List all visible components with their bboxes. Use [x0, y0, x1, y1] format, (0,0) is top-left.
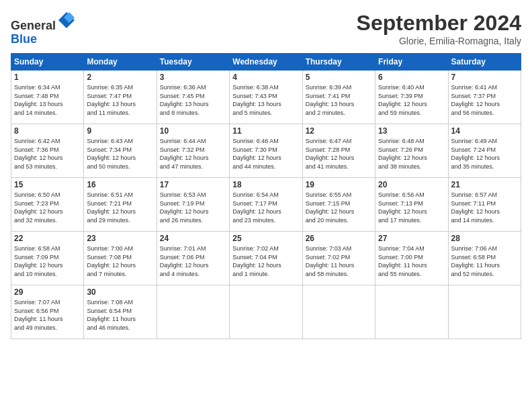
table-row — [375, 285, 448, 339]
day-number: 12 — [306, 126, 372, 136]
day-info: Sunrise: 6:48 AM Sunset: 7:26 PM Dayligh… — [378, 137, 445, 171]
col-header-tuesday: Tuesday — [157, 54, 229, 71]
day-number: 2 — [87, 73, 153, 82]
day-number: 15 — [14, 180, 81, 189]
logo-blue-text: Blue — [11, 32, 37, 46]
day-info: Sunrise: 6:38 AM Sunset: 7:43 PM Dayligh… — [232, 83, 299, 117]
day-number: 28 — [451, 234, 518, 243]
day-number: 13 — [378, 126, 445, 136]
day-number: 23 — [87, 234, 153, 243]
day-info: Sunrise: 7:03 AM Sunset: 7:02 PM Dayligh… — [306, 244, 372, 278]
day-info: Sunrise: 6:43 AM Sunset: 7:34 PM Dayligh… — [87, 137, 153, 171]
day-number: 21 — [451, 180, 518, 189]
logo: General Blue — [11, 11, 76, 46]
col-header-friday: Friday — [375, 54, 448, 71]
table-row: 15Sunrise: 6:50 AM Sunset: 7:23 PM Dayli… — [11, 178, 84, 232]
table-row: 24Sunrise: 7:01 AM Sunset: 7:06 PM Dayli… — [157, 232, 229, 285]
day-number: 4 — [232, 73, 299, 82]
day-number: 26 — [306, 234, 372, 243]
day-number: 20 — [378, 180, 445, 189]
col-header-sunday: Sunday — [11, 54, 84, 71]
day-info: Sunrise: 6:35 AM Sunset: 7:47 PM Dayligh… — [87, 83, 153, 117]
table-row: 10Sunrise: 6:44 AM Sunset: 7:32 PM Dayli… — [157, 124, 229, 178]
table-row: 28Sunrise: 7:06 AM Sunset: 6:58 PM Dayli… — [448, 232, 521, 285]
day-info: Sunrise: 7:06 AM Sunset: 6:58 PM Dayligh… — [451, 244, 518, 278]
table-row — [230, 285, 302, 339]
col-header-monday: Monday — [84, 54, 157, 71]
day-info: Sunrise: 6:57 AM Sunset: 7:11 PM Dayligh… — [451, 191, 518, 224]
table-row: 3Sunrise: 6:36 AM Sunset: 7:45 PM Daylig… — [157, 71, 229, 124]
table-row: 17Sunrise: 6:53 AM Sunset: 7:19 PM Dayli… — [157, 178, 229, 232]
table-row: 25Sunrise: 7:02 AM Sunset: 7:04 PM Dayli… — [230, 232, 302, 285]
header: General Blue September 2024 Glorie, Emil… — [11, 11, 521, 46]
calendar-week-1: 1Sunrise: 6:34 AM Sunset: 7:48 PM Daylig… — [11, 71, 521, 124]
table-row: 19Sunrise: 6:55 AM Sunset: 7:15 PM Dayli… — [302, 178, 375, 232]
day-info: Sunrise: 6:40 AM Sunset: 7:39 PM Dayligh… — [378, 83, 445, 117]
day-number: 1 — [14, 73, 81, 82]
day-info: Sunrise: 6:44 AM Sunset: 7:32 PM Dayligh… — [160, 137, 226, 171]
day-number: 30 — [87, 287, 153, 297]
calendar-week-5: 29Sunrise: 7:07 AM Sunset: 6:56 PM Dayli… — [11, 285, 521, 339]
day-info: Sunrise: 6:46 AM Sunset: 7:30 PM Dayligh… — [232, 137, 299, 171]
table-row: 5Sunrise: 6:39 AM Sunset: 7:41 PM Daylig… — [302, 71, 375, 124]
day-number: 6 — [378, 73, 445, 82]
table-row — [448, 285, 521, 339]
table-row: 20Sunrise: 6:56 AM Sunset: 7:13 PM Dayli… — [375, 178, 448, 232]
day-number: 17 — [160, 180, 226, 189]
table-row: 29Sunrise: 7:07 AM Sunset: 6:56 PM Dayli… — [11, 285, 84, 339]
logo-icon — [57, 11, 76, 30]
day-info: Sunrise: 6:34 AM Sunset: 7:48 PM Dayligh… — [14, 83, 81, 117]
day-info: Sunrise: 6:42 AM Sunset: 7:36 PM Dayligh… — [14, 137, 81, 171]
day-info: Sunrise: 7:02 AM Sunset: 7:04 PM Dayligh… — [232, 244, 299, 278]
logo-text: General — [11, 11, 76, 33]
day-info: Sunrise: 6:51 AM Sunset: 7:21 PM Dayligh… — [87, 191, 153, 224]
table-row — [302, 285, 375, 339]
day-number: 5 — [306, 73, 372, 82]
calendar-header-row: SundayMondayTuesdayWednesdayThursdayFrid… — [11, 54, 521, 71]
day-number: 11 — [232, 126, 299, 136]
table-row: 1Sunrise: 6:34 AM Sunset: 7:48 PM Daylig… — [11, 71, 84, 124]
table-row: 27Sunrise: 7:04 AM Sunset: 7:00 PM Dayli… — [375, 232, 448, 285]
day-number: 25 — [232, 234, 299, 243]
table-row: 30Sunrise: 7:08 AM Sunset: 6:54 PM Dayli… — [84, 285, 157, 339]
month-title: September 2024 — [357, 11, 521, 36]
day-number: 8 — [14, 126, 81, 136]
col-header-saturday: Saturday — [448, 54, 521, 71]
table-row: 21Sunrise: 6:57 AM Sunset: 7:11 PM Dayli… — [448, 178, 521, 232]
day-info: Sunrise: 7:04 AM Sunset: 7:00 PM Dayligh… — [378, 244, 445, 278]
day-info: Sunrise: 6:47 AM Sunset: 7:28 PM Dayligh… — [306, 137, 372, 171]
day-number: 18 — [232, 180, 299, 189]
day-number: 22 — [14, 234, 81, 243]
table-row: 23Sunrise: 7:00 AM Sunset: 7:08 PM Dayli… — [84, 232, 157, 285]
table-row: 13Sunrise: 6:48 AM Sunset: 7:26 PM Dayli… — [375, 124, 448, 178]
day-info: Sunrise: 6:55 AM Sunset: 7:15 PM Dayligh… — [306, 191, 372, 224]
table-row: 4Sunrise: 6:38 AM Sunset: 7:43 PM Daylig… — [230, 71, 302, 124]
day-number: 19 — [306, 180, 372, 189]
day-info: Sunrise: 7:08 AM Sunset: 6:54 PM Dayligh… — [87, 298, 153, 332]
day-number: 27 — [378, 234, 445, 243]
day-info: Sunrise: 6:58 AM Sunset: 7:09 PM Dayligh… — [14, 244, 81, 278]
table-row: 8Sunrise: 6:42 AM Sunset: 7:36 PM Daylig… — [11, 124, 84, 178]
day-info: Sunrise: 6:54 AM Sunset: 7:17 PM Dayligh… — [232, 191, 299, 224]
day-info: Sunrise: 6:39 AM Sunset: 7:41 PM Dayligh… — [306, 83, 372, 117]
day-info: Sunrise: 6:49 AM Sunset: 7:24 PM Dayligh… — [451, 137, 518, 171]
logo-general: General — [11, 19, 56, 32]
day-number: 16 — [87, 180, 153, 189]
day-info: Sunrise: 6:41 AM Sunset: 7:37 PM Dayligh… — [451, 83, 518, 117]
table-row: 14Sunrise: 6:49 AM Sunset: 7:24 PM Dayli… — [448, 124, 521, 178]
day-info: Sunrise: 7:07 AM Sunset: 6:56 PM Dayligh… — [14, 298, 81, 332]
table-row: 12Sunrise: 6:47 AM Sunset: 7:28 PM Dayli… — [302, 124, 375, 178]
table-row: 16Sunrise: 6:51 AM Sunset: 7:21 PM Dayli… — [84, 178, 157, 232]
calendar-week-2: 8Sunrise: 6:42 AM Sunset: 7:36 PM Daylig… — [11, 124, 521, 178]
table-row: 26Sunrise: 7:03 AM Sunset: 7:02 PM Dayli… — [302, 232, 375, 285]
table-row — [157, 285, 229, 339]
table-row: 6Sunrise: 6:40 AM Sunset: 7:39 PM Daylig… — [375, 71, 448, 124]
day-number: 9 — [87, 126, 153, 136]
day-number: 24 — [160, 234, 226, 243]
day-number: 14 — [451, 126, 518, 136]
col-header-thursday: Thursday — [302, 54, 375, 71]
day-number: 7 — [451, 73, 518, 82]
day-number: 29 — [14, 287, 81, 297]
day-info: Sunrise: 7:01 AM Sunset: 7:06 PM Dayligh… — [160, 244, 226, 278]
page: General Blue September 2024 Glorie, Emil… — [0, 0, 532, 411]
